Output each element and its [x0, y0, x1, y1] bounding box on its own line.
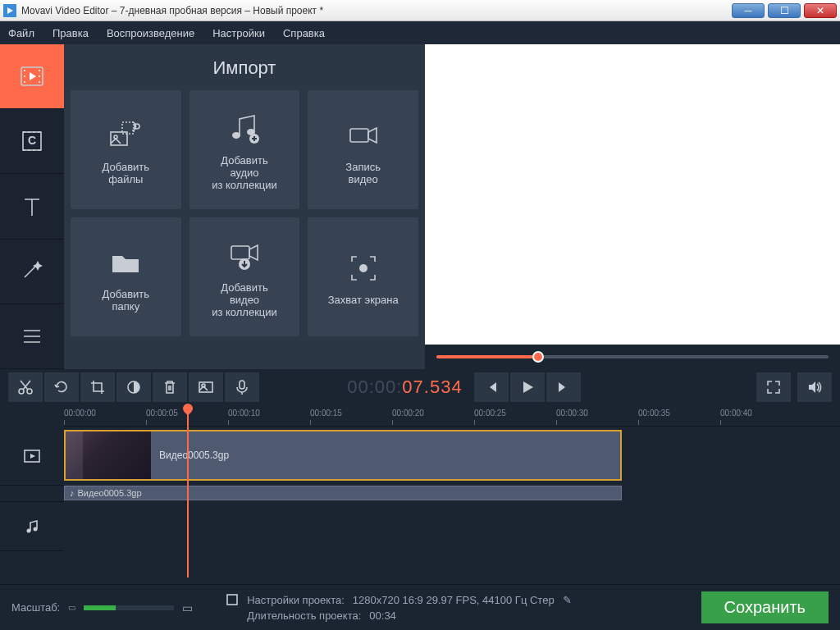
- tile-add-video-collection[interactable]: Добавить видео из коллекции: [189, 217, 300, 336]
- svg-point-5: [24, 81, 25, 83]
- play-button[interactable]: [510, 372, 545, 402]
- zoom-out-icon[interactable]: ▭: [68, 603, 75, 612]
- window-close-button[interactable]: ✕: [804, 3, 837, 18]
- ruler-tick: 00:00:35: [638, 409, 670, 418]
- cut-button[interactable]: [8, 372, 43, 402]
- tile-add-audio-collection[interactable]: Добавить аудио из коллекции: [189, 90, 300, 209]
- menu-settings[interactable]: Настройки: [212, 27, 265, 39]
- svg-rect-19: [350, 129, 368, 142]
- zoom-in-icon[interactable]: ▭: [182, 601, 193, 614]
- seek-knob[interactable]: [532, 351, 544, 363]
- rotate-button[interactable]: [44, 372, 79, 402]
- timeline: 00:00:00 00:00:05 00:00:10 00:00:15 00:0…: [0, 405, 840, 584]
- volume-button[interactable]: [797, 372, 832, 402]
- tile-capture-screen[interactable]: Захват экрана: [308, 217, 418, 336]
- menu-playback[interactable]: Воспроизведение: [107, 27, 194, 39]
- svg-rect-12: [111, 132, 127, 145]
- save-button[interactable]: Сохранить: [701, 591, 829, 623]
- ruler-tick: 00:00:40: [720, 409, 752, 418]
- preview-seek[interactable]: [425, 345, 840, 369]
- ruler-tick: 00:00:20: [392, 409, 424, 418]
- zoom-slider[interactable]: [84, 605, 174, 610]
- menu-help[interactable]: Справка: [283, 27, 325, 39]
- window-minimize-button[interactable]: ─: [732, 3, 765, 18]
- edit-settings-icon[interactable]: ✎: [563, 594, 572, 606]
- menubar: Файл Правка Воспроизведение Настройки Сп…: [0, 21, 840, 44]
- menu-edit[interactable]: Правка: [52, 27, 89, 39]
- color-button[interactable]: [116, 372, 151, 402]
- zoom-label: Масштаб:: [11, 601, 60, 614]
- svg-text:C: C: [28, 134, 36, 147]
- clip-thumbnail: [66, 431, 151, 479]
- microphone-button[interactable]: [225, 372, 259, 402]
- svg-point-4: [24, 75, 25, 77]
- ruler-tick: 00:00:30: [556, 409, 588, 418]
- timeline-ruler[interactable]: 00:00:00 00:00:05 00:00:10 00:00:15 00:0…: [64, 405, 840, 427]
- camera-icon: [345, 115, 381, 156]
- sidebar-tab-import[interactable]: [0, 44, 64, 109]
- svg-rect-28: [240, 381, 244, 389]
- svg-rect-20: [231, 246, 249, 259]
- tile-label: Добавить файлы: [103, 161, 149, 185]
- sidebar: C: [0, 44, 64, 369]
- camera-download-icon: [226, 235, 262, 276]
- track-head-music[interactable]: [0, 502, 64, 551]
- svg-rect-34: [227, 595, 237, 605]
- app-icon: [3, 4, 16, 17]
- sidebar-tab-titles[interactable]: [0, 174, 64, 239]
- svg-point-33: [34, 527, 38, 531]
- track-head-video[interactable]: [0, 427, 64, 486]
- timecode-display: 00:00:07.534: [347, 377, 462, 399]
- playhead[interactable]: [187, 405, 189, 578]
- duration-value: 00:34: [369, 609, 396, 622]
- settings-icon: [226, 593, 239, 606]
- window-maximize-button[interactable]: ☐: [768, 3, 801, 18]
- tile-label: Запись видео: [345, 161, 381, 185]
- svg-point-7: [39, 75, 40, 77]
- sidebar-tab-effects[interactable]: [0, 240, 64, 304]
- fullscreen-button[interactable]: [756, 372, 791, 402]
- tile-add-folder[interactable]: Добавить папку: [71, 217, 181, 336]
- duration-label: Длительность проекта:: [247, 609, 361, 622]
- tile-label: Добавить видео из коллекции: [212, 281, 277, 318]
- next-button[interactable]: [546, 372, 581, 402]
- svg-marker-9: [30, 72, 36, 80]
- svg-point-8: [39, 81, 40, 83]
- tile-label: Добавить аудио из коллекции: [212, 154, 277, 191]
- tile-record-video[interactable]: Запись видео: [308, 90, 418, 209]
- music-note-icon: [226, 108, 262, 149]
- svg-point-32: [27, 528, 31, 532]
- svg-point-16: [232, 132, 240, 139]
- tile-label: Добавить папку: [103, 288, 149, 313]
- ruler-tick: 00:00:05: [146, 409, 178, 418]
- clip-label: Видео0005.3gp: [159, 450, 229, 461]
- track-head-audio[interactable]: [0, 486, 64, 502]
- svg-rect-26: [199, 382, 212, 392]
- track-lanes[interactable]: Видео0005.3gp ♪ Видео0005.3gp: [64, 427, 840, 551]
- audio-clip[interactable]: ♪ Видео0005.3gp: [64, 486, 622, 500]
- import-title: Импорт: [71, 51, 418, 90]
- svg-point-3: [24, 70, 25, 71]
- sidebar-tab-filters[interactable]: C: [0, 109, 64, 174]
- tile-add-files[interactable]: Добавить файлы: [71, 90, 181, 209]
- svg-point-6: [39, 70, 40, 71]
- clip-label: Видео0005.3gp: [78, 488, 142, 498]
- svg-marker-31: [30, 454, 35, 459]
- ruler-tick: 00:00:15: [310, 409, 342, 418]
- snapshot-button[interactable]: [189, 372, 223, 402]
- media-files-icon: [107, 115, 144, 156]
- svg-marker-29: [523, 381, 533, 393]
- import-panel: Импорт Добавить файлы Добавить аудио из …: [64, 44, 425, 369]
- crop-button[interactable]: [80, 372, 115, 402]
- project-settings-label: Настройки проекта:: [247, 594, 345, 606]
- menu-file[interactable]: Файл: [8, 27, 34, 39]
- music-note-icon: ♪: [70, 488, 75, 498]
- preview-pane: [425, 44, 840, 369]
- sidebar-tab-more[interactable]: [0, 304, 64, 369]
- preview-canvas: [425, 44, 840, 345]
- video-clip[interactable]: Видео0005.3gp: [64, 430, 622, 481]
- ruler-tick: 00:00:10: [228, 409, 260, 418]
- toolbar: 00:00:07.534: [0, 369, 840, 405]
- prev-button[interactable]: [474, 372, 509, 402]
- delete-button[interactable]: [153, 372, 187, 402]
